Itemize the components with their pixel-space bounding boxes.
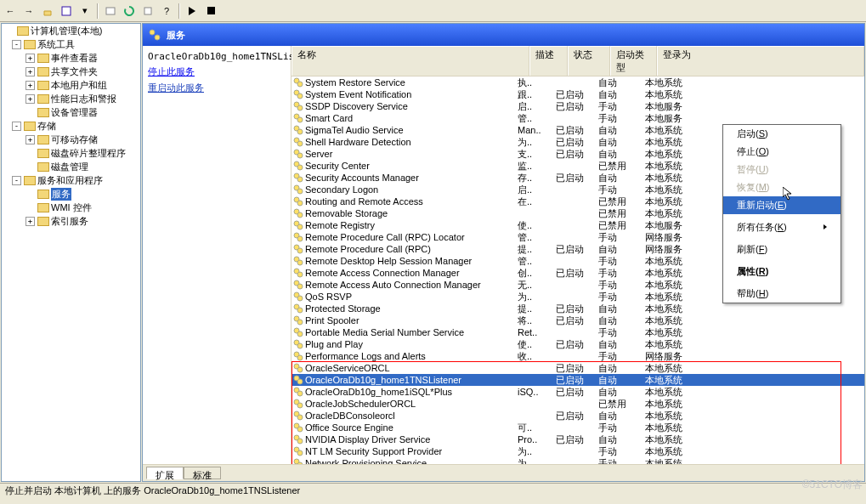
col-desc[interactable]: 描述 (529, 46, 568, 76)
service-icon (293, 292, 303, 302)
table-row[interactable]: OracleOraDb10g_home1iSQL*PlusiSQ..已启动自动本… (291, 386, 864, 398)
service-icon (293, 173, 303, 183)
context-menu[interactable]: 启动(S)停止(O)暂停(U)恢复(M)重新启动(E)所有任务(K)刷新(F)属… (722, 124, 841, 303)
table-row[interactable]: Portable Media Serial Number ServiceRet.… (291, 326, 864, 338)
service-icon (293, 184, 303, 195)
tool-icon (24, 38, 36, 50)
svcapp-icon (24, 174, 36, 186)
service-icon (293, 315, 303, 326)
table-row[interactable]: Office Source Engine可..手动本地系统 (291, 422, 864, 433)
remov-icon (37, 133, 49, 145)
svg-point-74 (297, 462, 303, 464)
tree-item[interactable]: 磁盘碎片整理程序 (2, 146, 140, 160)
tree-item[interactable]: 磁盘管理 (2, 160, 140, 173)
service-icon (293, 77, 303, 88)
pause-button[interactable] (221, 3, 238, 20)
service-icon (293, 422, 303, 433)
menu-item[interactable]: 帮助(H) (723, 285, 841, 303)
view-button[interactable] (58, 3, 75, 20)
menu-item[interactable]: 刷新(F) (723, 241, 841, 258)
list-header[interactable]: 名称 描述 状态 启动类型 登录为 (291, 46, 864, 76)
menu-item[interactable]: 停止(O) (723, 143, 841, 161)
svg-point-34 (297, 224, 303, 229)
tab-strip[interactable]: 扩展 标准 (143, 464, 864, 481)
share-icon (37, 65, 49, 77)
table-row[interactable]: OracleDBConsoleorcl已启动自动本地系统 (291, 410, 864, 422)
back-button[interactable]: ← (2, 3, 19, 20)
tree-item[interactable]: +共享文件夹 (2, 65, 140, 78)
tree-item[interactable]: 设备管理器 (2, 105, 140, 119)
tree-item[interactable]: +索引服务 (2, 214, 140, 228)
forward-button[interactable]: → (20, 3, 37, 20)
stop-button[interactable] (202, 3, 219, 20)
tree-item[interactable]: -服务和应用程序 (2, 173, 140, 187)
menu-item[interactable]: 属性(R) (723, 263, 841, 280)
svg-point-18 (297, 129, 303, 134)
misc-button[interactable]: ▾ (76, 3, 93, 20)
service-icon (293, 363, 303, 373)
service-icon (293, 280, 303, 290)
col-startup[interactable]: 启动类型 (610, 46, 657, 76)
service-icon (293, 268, 303, 278)
nav-tree[interactable]: 计算机管理(本地)-系统工具+事件查看器+共享文件夹+本地用户和组+性能日志和警… (1, 23, 141, 482)
svg-point-20 (297, 141, 303, 146)
tree-item[interactable]: +事件查看器 (2, 51, 140, 65)
svg-point-60 (297, 379, 303, 384)
tree-item[interactable]: -存储 (2, 119, 140, 133)
service-icon (293, 101, 303, 111)
menu-item[interactable]: 启动(S) (723, 125, 841, 143)
service-icon (293, 196, 303, 207)
svg-point-64 (297, 403, 303, 408)
table-row[interactable]: NT LM Security Support Provider为..手动本地系统 (291, 445, 864, 457)
table-row[interactable]: System Restore Service执..自动本地系统 (291, 76, 864, 88)
table-row[interactable]: OracleOraDb10g_home1TNSListener已启动自动本地系统 (291, 374, 864, 386)
menu-item: 恢复(M) (723, 178, 841, 196)
table-row[interactable]: OracleServiceORCL已启动自动本地系统 (291, 362, 864, 374)
table-row[interactable]: Plug and Play使..已启动自动本地系统 (291, 338, 864, 350)
stop-link[interactable]: 停止此服务 (148, 65, 286, 78)
svg-point-48 (297, 308, 303, 313)
svg-point-52 (297, 331, 303, 337)
table-row[interactable]: System Event Notification跟..已启动自动本地系统 (291, 88, 864, 100)
table-row[interactable]: NVIDIA Display Driver ServicePro..已启动自动本… (291, 433, 864, 445)
col-name[interactable]: 名称 (291, 46, 529, 76)
tree-item[interactable]: 服务 (2, 187, 140, 201)
col-logon[interactable]: 登录为 (657, 46, 864, 76)
tree-item[interactable]: 计算机管理(本地) (2, 24, 140, 37)
tree-item[interactable]: WMI 控件 (2, 201, 140, 214)
service-icon (293, 208, 303, 218)
up-button[interactable] (39, 3, 56, 20)
table-row[interactable]: Smart Card管..手动本地服务 (291, 112, 864, 124)
services-icon (148, 28, 161, 42)
table-row[interactable]: Protected Storage提..已启动自动本地系统 (291, 303, 864, 314)
table-row[interactable]: SSDP Discovery Service启..已启动手动本地服务 (291, 100, 864, 112)
title-text: 服务 (167, 29, 185, 42)
tree-item[interactable]: -系统工具 (2, 37, 140, 51)
svg-point-36 (297, 236, 303, 241)
start-button[interactable] (184, 3, 201, 20)
service-icon (293, 232, 303, 242)
help-button[interactable]: ? (158, 3, 175, 20)
export-button[interactable] (139, 3, 156, 20)
table-row[interactable]: Network Provisioning Service为..手动本地系统 (291, 457, 864, 464)
tab-extended[interactable]: 扩展 (146, 467, 184, 479)
col-status[interactable]: 状态 (568, 46, 610, 76)
service-icon (293, 351, 303, 361)
tab-standard[interactable]: 标准 (184, 467, 221, 479)
svg-rect-1 (106, 8, 115, 14)
table-row[interactable]: Performance Logs and Alerts收..手动网络服务 (291, 350, 864, 362)
refresh-button[interactable] (121, 3, 138, 20)
props-button[interactable] (102, 3, 119, 20)
svg-point-26 (297, 177, 303, 182)
svg-point-14 (297, 105, 303, 110)
service-rows[interactable]: 启动(S)停止(O)暂停(U)恢复(M)重新启动(E)所有任务(K)刷新(F)属… (291, 76, 864, 464)
tree-item[interactable]: +本地用户和组 (2, 78, 140, 92)
table-row[interactable]: OracleJobSchedulerORCL已禁用本地系统 (291, 398, 864, 410)
tree-item[interactable]: +性能日志和警报 (2, 92, 140, 105)
tree-item[interactable]: +可移动存储 (2, 133, 140, 146)
menu-item[interactable]: 重新启动(E) (723, 196, 841, 214)
restart-button[interactable] (240, 3, 257, 20)
restart-link[interactable]: 重启动此服务 (148, 82, 286, 94)
table-row[interactable]: Print Spooler将..已启动自动本地系统 (291, 314, 864, 326)
menu-item[interactable]: 所有任务(K) (723, 218, 841, 236)
